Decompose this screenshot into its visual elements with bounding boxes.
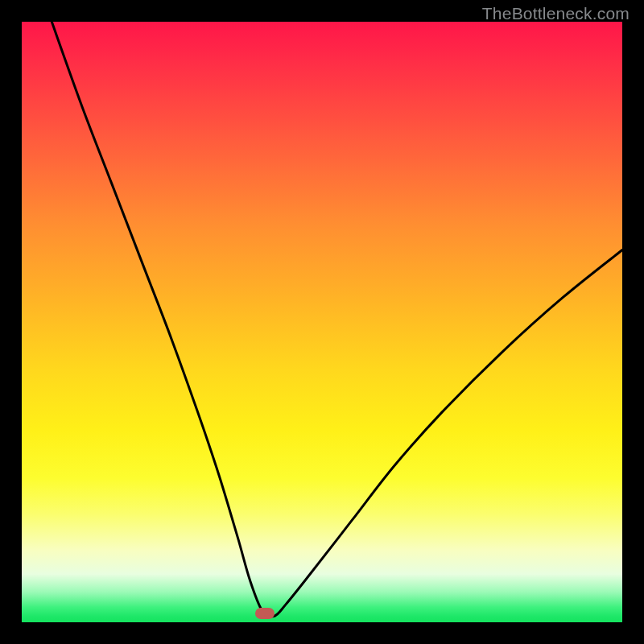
watermark-label: TheBottleneck.com	[482, 4, 630, 23]
plot-area	[22, 22, 622, 622]
chart-frame: TheBottleneck.com	[0, 0, 644, 644]
optimal-marker	[255, 608, 275, 619]
bottleneck-curve	[52, 22, 622, 617]
curve-layer	[22, 22, 622, 622]
